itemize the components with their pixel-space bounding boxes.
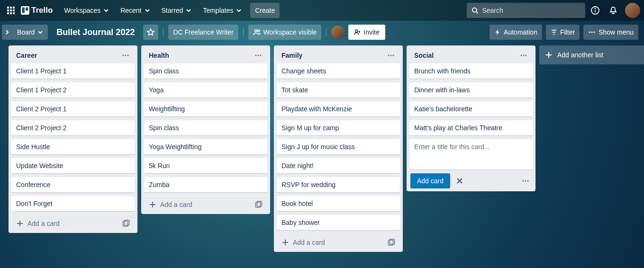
add-a-card[interactable]: Add a card	[147, 199, 253, 210]
list-menu-button[interactable]	[119, 50, 132, 61]
plus-icon	[16, 220, 24, 227]
trello-logo-text: Trello	[31, 6, 53, 15]
card[interactable]: Client 2 Project 2	[11, 120, 135, 135]
card-title-input[interactable]	[414, 143, 528, 151]
card[interactable]: Playdate with McKenzie	[277, 101, 400, 116]
list-title[interactable]: Social	[414, 52, 517, 59]
card[interactable]: Dinner with in-laws	[409, 82, 533, 98]
card[interactable]: RSVP for wedding	[277, 177, 400, 192]
card[interactable]: Weightlifting	[144, 101, 267, 116]
card[interactable]: Book hotel	[277, 196, 400, 211]
card-composer	[409, 139, 533, 170]
list-title[interactable]: Career	[16, 52, 119, 59]
visibility-chip[interactable]: Workspace visible	[248, 25, 322, 40]
card[interactable]: Baby shower	[277, 215, 400, 230]
svg-point-18	[355, 30, 358, 32]
create-button-label: Create	[255, 7, 275, 14]
card[interactable]: Don't Forget	[11, 196, 135, 211]
nav-starred[interactable]: Starred	[157, 3, 197, 18]
create-from-template[interactable]	[386, 237, 397, 248]
card[interactable]: Side Hustle	[11, 139, 135, 154]
card[interactable]: Spin class	[144, 63, 267, 79]
card[interactable]: Tot skate	[277, 82, 400, 98]
board-title[interactable]: Bullet Journal 2022	[52, 27, 139, 37]
people-icon	[253, 28, 261, 36]
workspace-chip[interactable]: DC Freelance Writer	[168, 25, 238, 40]
star-button[interactable]	[143, 25, 158, 40]
close-composer[interactable]	[455, 176, 464, 186]
list-menu-button[interactable]	[252, 50, 264, 61]
svg-point-23	[125, 54, 126, 56]
board-canvas[interactable]: CareerClient 1 Project 1Client 1 Project…	[0, 44, 644, 268]
create-from-template[interactable]	[120, 218, 132, 229]
card[interactable]: Sign M up for camp	[277, 120, 400, 135]
search-icon	[472, 7, 478, 14]
svg-point-32	[388, 54, 389, 56]
list-menu-button[interactable]	[385, 50, 397, 61]
chevron-down-icon	[37, 29, 43, 35]
svg-point-39	[525, 54, 526, 56]
filter-button[interactable]: Filter	[546, 25, 580, 40]
top-nav: Trello Workspaces Recent Starred Templat…	[0, 0, 644, 21]
add-a-card[interactable]: Add a card	[280, 237, 386, 248]
show-menu-button[interactable]: Show menu	[583, 25, 638, 40]
svg-rect-0	[7, 7, 9, 9]
plus-icon	[149, 201, 156, 208]
card[interactable]: Brunch with friends	[409, 63, 533, 79]
card[interactable]: Zumba	[144, 177, 267, 192]
nav-templates-label: Templates	[203, 7, 233, 14]
card[interactable]: Yoga Weightlifting	[144, 139, 267, 154]
search-input[interactable]	[482, 7, 581, 14]
nav-workspaces[interactable]: Workspaces	[59, 3, 114, 18]
add-a-card[interactable]: Add a card	[14, 218, 120, 229]
card[interactable]: Sign J up for music class	[277, 139, 400, 154]
card[interactable]: Katie's bachelorette	[409, 101, 533, 116]
card-composer-actions: Add card	[409, 173, 533, 188]
account-avatar[interactable]	[625, 3, 640, 18]
svg-point-19	[589, 31, 590, 33]
board-member-avatar[interactable]	[331, 26, 345, 39]
nav-templates[interactable]: Templates	[198, 3, 246, 18]
card[interactable]: Update Website	[11, 158, 135, 173]
card[interactable]: Conference	[11, 177, 135, 192]
add-a-card-label: Add a card	[27, 220, 60, 227]
svg-point-12	[472, 8, 477, 12]
card[interactable]: Yoga	[144, 82, 267, 98]
board-menu-expand[interactable]	[2, 25, 12, 40]
create-button[interactable]: Create	[250, 3, 280, 18]
composer-more[interactable]	[519, 175, 532, 187]
create-from-template[interactable]	[253, 199, 264, 210]
svg-rect-10	[22, 8, 25, 13]
list-footer: Add a card	[144, 196, 267, 211]
svg-rect-5	[13, 9, 15, 11]
add-card-button[interactable]: Add card	[410, 173, 450, 188]
info-button[interactable]	[587, 3, 603, 18]
card[interactable]: Change sheets	[277, 63, 400, 79]
card[interactable]: Client 2 Project 1	[11, 101, 135, 116]
card[interactable]: Client 1 Project 1	[11, 63, 135, 79]
search-box[interactable]	[467, 3, 585, 18]
card[interactable]: Spin class	[144, 120, 267, 135]
add-another-list[interactable]: Add another list	[539, 45, 644, 64]
filter-label: Filter	[560, 28, 575, 36]
invite-button[interactable]: Invite	[348, 25, 385, 40]
list: SocialBrunch with friendsDinner with in-…	[407, 45, 535, 191]
nav-recent[interactable]: Recent	[116, 3, 154, 18]
card[interactable]: 5k Run	[144, 158, 267, 173]
apps-switcher[interactable]	[4, 3, 18, 18]
notifications-button[interactable]	[605, 3, 621, 18]
automation-button[interactable]: Automation	[490, 25, 542, 40]
bolt-icon	[494, 29, 501, 36]
list-title[interactable]: Health	[149, 52, 252, 59]
card[interactable]: Date night!	[277, 158, 400, 173]
list: HealthSpin classYogaWeightliftingSpin cl…	[141, 45, 270, 214]
board-view-button[interactable]: Board	[12, 25, 48, 40]
card[interactable]: Client 1 Project 2	[11, 82, 135, 98]
list-menu-button[interactable]	[517, 50, 530, 61]
divider	[326, 28, 327, 36]
list-title[interactable]: Family	[281, 52, 385, 59]
list: FamilyChange sheetsTot skatePlaydate wit…	[274, 45, 403, 252]
trello-logo[interactable]: Trello	[20, 3, 57, 18]
more-icon	[588, 28, 596, 36]
card[interactable]: Matt's play at Charles Theatre	[409, 120, 533, 135]
